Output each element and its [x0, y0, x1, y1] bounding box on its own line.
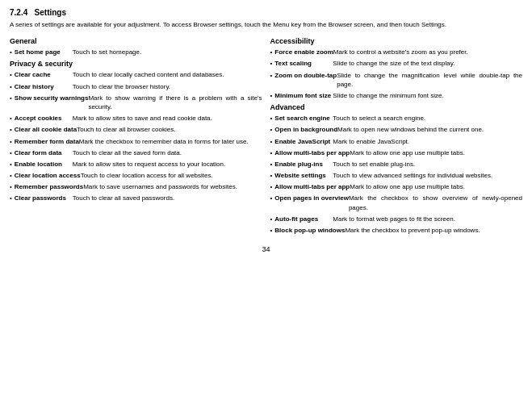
list-item: •Website settings Touch to view advanced… — [270, 171, 523, 180]
list-item: •Enable location Mark to allow sites to … — [10, 160, 262, 169]
item-desc: Mark to save usernames and passwords for… — [83, 182, 237, 191]
list-item: •Zoom on double-tap Slide to change the … — [270, 71, 523, 89]
item-desc: Mark to open new windows behind the curr… — [337, 125, 484, 134]
group-title: Accessibility — [270, 37, 523, 45]
list-item: •Accept cookies Mark to allow sites to s… — [10, 114, 262, 123]
list-item: •Auto-fit pages Mark to format web pages… — [270, 215, 523, 223]
right-column: Accessibility•Force enable zoom Mark to … — [270, 34, 523, 237]
bullet-icon: • — [270, 194, 273, 202]
item-term: Text scaling — [274, 59, 333, 68]
item-term: Open in background — [274, 125, 337, 134]
item-term: Enable JavaScript — [274, 137, 333, 146]
item-term: Allow multi-tabs per app — [274, 182, 350, 191]
main-content: General•Set home page Touch to set homep… — [10, 34, 522, 237]
bullet-icon: • — [270, 60, 273, 67]
item-term: Clear location access — [15, 171, 81, 180]
section-title: 7.2.4 Settings — [10, 8, 522, 17]
bullet-icon: • — [10, 94, 12, 102]
bullet-icon: • — [10, 71, 12, 78]
item-term: Zoom on double-tap — [274, 71, 337, 80]
group-title: General — [10, 37, 262, 45]
group-title: Advanced — [270, 103, 523, 111]
bullet-icon: • — [270, 92, 273, 99]
list-item: •Show security warnings Mark to show war… — [10, 94, 262, 111]
bullet-icon: • — [270, 183, 273, 190]
item-term: Set search engine — [274, 114, 333, 123]
item-term: Enable plug-ins — [274, 160, 333, 169]
item-term: Set home page — [15, 48, 73, 56]
list-item: •Remember form data Mark the checkbox to… — [10, 137, 262, 146]
item-desc: Touch to set homepage. — [73, 48, 141, 56]
group-title: Privacy & security — [10, 60, 262, 68]
item-desc: Touch to clear all browser cookies. — [77, 125, 175, 134]
list-item: •Open pages in overview Mark the checkbo… — [270, 194, 523, 211]
bullet-icon: • — [270, 138, 273, 145]
item-term: Accept cookies — [15, 114, 73, 123]
bullet-icon: • — [10, 183, 12, 190]
list-item: •Clear location access Touch to clear lo… — [10, 171, 262, 180]
bullet-icon: • — [10, 172, 12, 179]
left-column: General•Set home page Touch to set homep… — [10, 34, 262, 237]
item-desc: Mark to enable JavaScript. — [333, 137, 409, 146]
bullet-icon: • — [10, 83, 12, 90]
item-term: Enable location — [15, 160, 73, 169]
item-desc: Mark the checkbox to prevent pop-up wind… — [345, 226, 480, 235]
list-item: •Allow multi-tabs per app Mark to allow … — [270, 182, 523, 191]
list-item: •Minimum font size Slide to change the m… — [270, 91, 523, 100]
list-item: •Text scaling Slide to change the size o… — [270, 59, 523, 68]
bullet-icon: • — [10, 161, 12, 168]
item-desc: Mark to show warning if there is a probl… — [88, 94, 262, 111]
bullet-icon: • — [270, 72, 273, 79]
bullet-icon: • — [270, 126, 273, 133]
item-term: Clear passwords — [15, 194, 73, 202]
item-desc: Slide to change the minimum font size. — [333, 91, 443, 100]
list-item: •Clear cache Touch to clear locally cach… — [10, 70, 262, 79]
item-desc: Touch to select a search engine. — [333, 114, 425, 123]
item-term: Website settings — [274, 171, 333, 180]
item-desc: Touch to clear all saved passwords. — [73, 194, 174, 202]
bullet-icon: • — [10, 115, 12, 122]
list-item: •Set home page Touch to set homepage. — [10, 48, 262, 56]
intro-text: A series of settings are available for y… — [10, 20, 522, 29]
list-item: •Open in background Mark to open new win… — [270, 125, 523, 134]
list-item: •Clear passwords Touch to clear all save… — [10, 194, 262, 202]
list-item: •Clear form data Touch to clear all the … — [10, 148, 262, 157]
bullet-icon: • — [10, 126, 12, 133]
list-item: •Enable plug-ins Touch to set enable plu… — [270, 160, 523, 169]
bullet-icon: • — [270, 115, 273, 122]
item-term: Minimum font size — [274, 91, 333, 100]
bullet-icon: • — [10, 138, 12, 145]
item-term: Clear all cookie data — [15, 125, 77, 134]
item-term: Show security warnings — [15, 94, 89, 102]
list-item: •Clear all cookie data Touch to clear al… — [10, 125, 262, 134]
list-item: •Force enable zoom Mark to control a web… — [270, 48, 523, 56]
item-desc: Mark the checkbox to remember data in fo… — [79, 137, 249, 146]
item-desc: Mark to allow sites to save and read coo… — [73, 114, 212, 123]
item-term: Allow multi-tabs per app — [274, 148, 350, 157]
bullet-icon: • — [10, 194, 12, 202]
bullet-icon: • — [270, 149, 273, 156]
item-term: Remember passwords — [15, 182, 83, 191]
item-term: Open pages in overview — [274, 194, 349, 202]
bullet-icon: • — [270, 161, 273, 168]
item-desc: Slide to change the size of the text dis… — [333, 59, 455, 68]
bullet-icon: • — [270, 48, 273, 56]
item-desc: Touch to clear locally cached content an… — [73, 70, 224, 79]
list-item: •Set search engine Touch to select a sea… — [270, 114, 523, 123]
section-header: 7.2.4 Settings A series of settings are … — [10, 8, 522, 29]
item-term: Clear cache — [15, 70, 73, 79]
bullet-icon: • — [10, 149, 12, 156]
item-desc: Mark to allow sites to request access to… — [73, 160, 225, 169]
item-desc: Slide to change the magnification level … — [337, 71, 522, 89]
bullet-icon: • — [10, 48, 12, 56]
item-term: Auto-fit pages — [274, 215, 333, 223]
list-item: •Block pop-up windows Mark the checkbox … — [270, 226, 523, 235]
page-number: 34 — [10, 245, 522, 253]
item-term: Clear history — [15, 82, 73, 91]
item-term: Block pop-up windows — [274, 226, 345, 235]
list-item: •Allow multi-tabs per app Mark to allow … — [270, 148, 523, 157]
list-item: •Enable JavaScript Mark to enable JavaSc… — [270, 137, 523, 146]
item-desc: Mark to allow one app use multiple tabs. — [350, 148, 465, 157]
item-desc: Mark to control a website's zoom as you … — [333, 48, 468, 56]
item-desc: Touch to clear all the saved form data. — [73, 148, 182, 157]
